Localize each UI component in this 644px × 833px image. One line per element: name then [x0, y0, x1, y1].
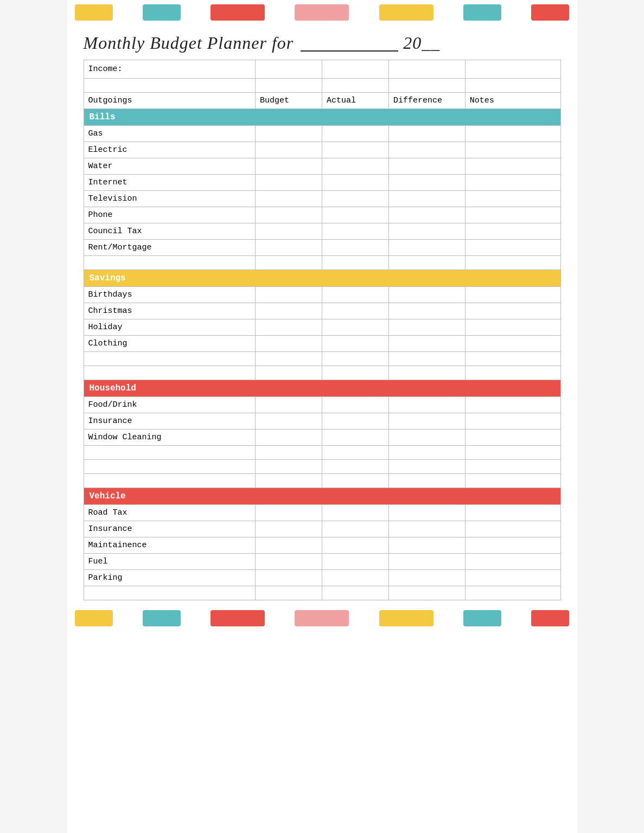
- deco-top-row: [67, 0, 577, 25]
- bills-water-notes[interactable]: [465, 158, 560, 175]
- bills-rent-actual[interactable]: [322, 240, 389, 256]
- savings-birthdays-diff[interactable]: [389, 287, 466, 303]
- bills-water-budget[interactable]: [255, 158, 322, 175]
- vehicle-insurance-actual[interactable]: [322, 521, 389, 537]
- vehicle-roadtax-actual[interactable]: [322, 505, 389, 521]
- title-year: 20__: [403, 33, 440, 53]
- bills-water-actual[interactable]: [322, 158, 389, 175]
- bills-gas-budget[interactable]: [255, 126, 322, 142]
- vehicle-insurance-budget[interactable]: [255, 521, 322, 537]
- savings-christmas-budget[interactable]: [255, 303, 322, 319]
- bills-electric-actual[interactable]: [322, 142, 389, 158]
- bills-tv-diff[interactable]: [389, 191, 466, 207]
- savings-holiday-diff[interactable]: [389, 319, 466, 336]
- savings-holiday-budget[interactable]: [255, 319, 322, 336]
- bills-internet-notes[interactable]: [465, 175, 560, 191]
- vehicle-fuel-notes[interactable]: [465, 554, 560, 570]
- household-windows-diff[interactable]: [389, 430, 466, 446]
- bills-internet-diff[interactable]: [389, 175, 466, 191]
- bills-phone-notes[interactable]: [465, 207, 560, 223]
- vehicle-parking-notes[interactable]: [465, 570, 560, 586]
- vehicle-parking-budget[interactable]: [255, 570, 322, 586]
- bills-council-diff[interactable]: [389, 223, 466, 240]
- vehicle-roadtax-notes[interactable]: [465, 505, 560, 521]
- bills-tv-notes[interactable]: [465, 191, 560, 207]
- bills-rent-row: Rent/Mortgage: [84, 240, 560, 256]
- bills-gas-diff[interactable]: [389, 126, 466, 142]
- household-windows-budget[interactable]: [255, 430, 322, 446]
- income-actual[interactable]: [322, 60, 389, 79]
- household-windows-notes[interactable]: [465, 430, 560, 446]
- income-budget[interactable]: [255, 60, 322, 79]
- savings-clothing-notes[interactable]: [465, 336, 560, 352]
- household-food-label: Food/Drink: [84, 397, 255, 413]
- savings-birthdays-row: Birthdays: [84, 287, 560, 303]
- savings-holiday-actual[interactable]: [322, 319, 389, 336]
- savings-holiday-notes[interactable]: [465, 319, 560, 336]
- household-insurance-notes[interactable]: [465, 413, 560, 430]
- savings-clothing-diff[interactable]: [389, 336, 466, 352]
- vehicle-roadtax-budget[interactable]: [255, 505, 322, 521]
- bills-phone-diff[interactable]: [389, 207, 466, 223]
- bills-electric-label: Electric: [84, 142, 255, 158]
- bills-electric-notes[interactable]: [465, 142, 560, 158]
- bills-electric-budget[interactable]: [255, 142, 322, 158]
- savings-birthdays-budget[interactable]: [255, 287, 322, 303]
- vehicle-fuel-label: Fuel: [84, 554, 255, 570]
- household-insurance-actual[interactable]: [322, 413, 389, 430]
- vehicle-roadtax-label: Road Tax: [84, 505, 255, 521]
- header-budget: Budget: [255, 93, 322, 109]
- savings-birthdays-notes[interactable]: [465, 287, 560, 303]
- bills-rent-diff[interactable]: [389, 240, 466, 256]
- bills-internet-budget[interactable]: [255, 175, 322, 191]
- vehicle-maintenance-budget[interactable]: [255, 537, 322, 554]
- bills-council-actual[interactable]: [322, 223, 389, 240]
- bills-internet-actual[interactable]: [322, 175, 389, 191]
- household-food-diff[interactable]: [389, 397, 466, 413]
- vehicle-insurance-diff[interactable]: [389, 521, 466, 537]
- household-food-budget[interactable]: [255, 397, 322, 413]
- vehicle-parking-actual[interactable]: [322, 570, 389, 586]
- savings-birthdays-actual[interactable]: [322, 287, 389, 303]
- savings-christmas-notes[interactable]: [465, 303, 560, 319]
- household-insurance-budget[interactable]: [255, 413, 322, 430]
- bills-water-diff[interactable]: [389, 158, 466, 175]
- bills-water-row: Water: [84, 158, 560, 175]
- vehicle-maintenance-diff[interactable]: [389, 537, 466, 554]
- household-food-actual[interactable]: [322, 397, 389, 413]
- bills-electric-diff[interactable]: [389, 142, 466, 158]
- income-row: Income:: [84, 60, 560, 79]
- savings-birthdays-label: Birthdays: [84, 287, 255, 303]
- income-notes[interactable]: [465, 60, 560, 79]
- vehicle-fuel-budget[interactable]: [255, 554, 322, 570]
- income-difference[interactable]: [389, 60, 466, 79]
- vehicle-parking-diff[interactable]: [389, 570, 466, 586]
- vehicle-fuel-actual[interactable]: [322, 554, 389, 570]
- vehicle-maintenance-notes[interactable]: [465, 537, 560, 554]
- household-windows-actual[interactable]: [322, 430, 389, 446]
- bills-rent-budget[interactable]: [255, 240, 322, 256]
- savings-christmas-actual[interactable]: [322, 303, 389, 319]
- savings-christmas-diff[interactable]: [389, 303, 466, 319]
- vehicle-fuel-diff[interactable]: [389, 554, 466, 570]
- vehicle-insurance-notes[interactable]: [465, 521, 560, 537]
- savings-clothing-budget[interactable]: [255, 336, 322, 352]
- header-actual: Actual: [322, 93, 389, 109]
- vehicle-insurance-row: Insurance: [84, 521, 560, 537]
- deco-block-yellow-2: [379, 4, 433, 21]
- bills-gas-notes[interactable]: [465, 126, 560, 142]
- household-food-notes[interactable]: [465, 397, 560, 413]
- bills-phone-budget[interactable]: [255, 207, 322, 223]
- savings-clothing-actual[interactable]: [322, 336, 389, 352]
- bills-council-budget[interactable]: [255, 223, 322, 240]
- bills-tv-budget[interactable]: [255, 191, 322, 207]
- household-insurance-diff[interactable]: [389, 413, 466, 430]
- deco-block-teal-b1: [143, 610, 181, 626]
- bills-tv-actual[interactable]: [322, 191, 389, 207]
- vehicle-roadtax-diff[interactable]: [389, 505, 466, 521]
- bills-rent-notes[interactable]: [465, 240, 560, 256]
- bills-phone-actual[interactable]: [322, 207, 389, 223]
- bills-council-notes[interactable]: [465, 223, 560, 240]
- bills-gas-actual[interactable]: [322, 126, 389, 142]
- vehicle-maintenance-actual[interactable]: [322, 537, 389, 554]
